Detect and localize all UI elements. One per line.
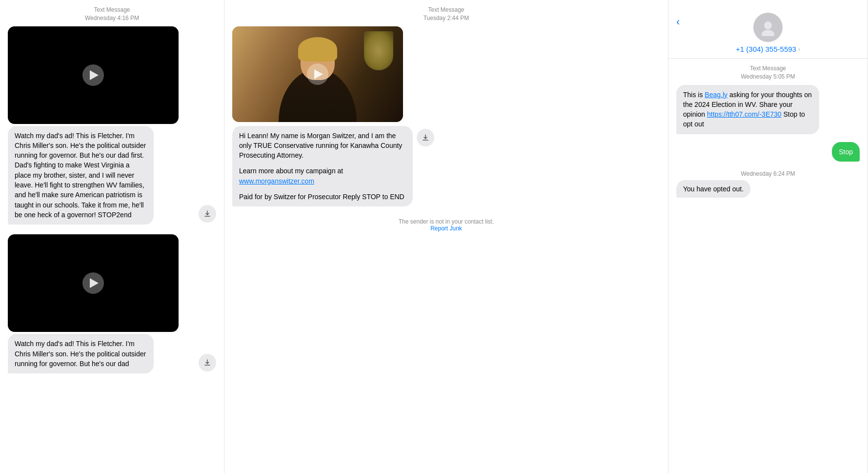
mid-bubble: Hi Leann! My name is Morgan Switzer, and… [232,126,413,207]
svg-point-1 [762,30,774,36]
mid-message-group: Hi Leann! My name is Morgan Switzer, and… [224,26,668,211]
left-bubble-2: Watch my dad's ad! This is Fletcher. I'm… [8,334,154,373]
avatar [753,13,783,42]
download-button-2[interactable] [199,354,216,371]
right-outgoing-row: Stop [676,142,860,162]
contact-header: ‹ +1 (304) 355-5593 › [668,6,868,59]
left-message-group-1: Watch my dad's ad! This is Fletcher. I'm… [0,26,224,229]
campaign-photo[interactable] [232,26,403,122]
report-junk-link[interactable]: Report Junk [430,225,462,232]
beagly-link[interactable]: Beag.ly [705,91,727,99]
mid-text-3: Paid for by Switzer for Prosecutor Reply… [239,192,406,202]
mid-download-button[interactable] [417,129,434,146]
right-column: ‹ +1 (304) 355-5593 › Text Message Wedne… [668,0,868,473]
right-incoming-row-1: This is Beag.ly asking for your thoughts… [676,85,860,134]
play-icon-1[interactable] [82,64,104,86]
play-icon-2[interactable] [82,272,104,294]
chevron-right-icon: › [798,46,800,53]
mid-column: Text Message Tuesday 2:44 PM [224,0,668,473]
right-opted-out-row: You have opted out. [676,180,860,198]
left-video-row-1: Watch my dad's ad! This is Fletcher. I'm… [8,26,216,225]
right-messages: Text Message Wednesday 5:05 PM This is B… [668,59,868,467]
opted-out-bubble: You have opted out. [676,180,750,198]
contact-phone[interactable]: +1 (304) 355-5593 › [736,45,800,53]
left-column: Text Message Wednesday 4:16 PM Watch my … [0,0,224,473]
download-button-1[interactable] [199,205,216,223]
morgan-switzer-link[interactable]: www.morganswitzer.com [239,177,314,185]
back-button[interactable]: ‹ [676,16,680,28]
mid-message-row: Hi Leann! My name is Morgan Switzer, and… [232,26,660,207]
video-thumbnail-1[interactable] [8,26,179,124]
video-thumbnail-2[interactable] [8,234,179,332]
right-text-before-link1: This is [683,91,705,99]
right-bubble-1: This is Beag.ly asking for your thoughts… [676,85,819,134]
right-divider-time: Wednesday 6:24 PM [676,170,860,177]
tth07-link[interactable]: https://tth07.com/-3E730 [707,110,782,118]
mid-text-2: Learn more about my campaign at www.morg… [239,166,406,186]
campaign-play-icon[interactable] [307,63,328,85]
left-timestamp-1: Text Message Wednesday 4:16 PM [0,6,224,22]
mid-text-1: Hi Leann! My name is Morgan Switzer, and… [239,131,406,161]
left-video-row-2: Watch my dad's ad! This is Fletcher. I'm… [8,234,216,373]
right-timestamp-1: Text Message Wednesday 5:05 PM [676,64,860,81]
left-message-group-2: Watch my dad's ad! This is Fletcher. I'm… [0,234,224,377]
mid-timestamp: Text Message Tuesday 2:44 PM [224,6,668,22]
svg-point-0 [764,21,772,29]
left-bubble-1: Watch my dad's ad! This is Fletcher. I'm… [8,126,154,225]
sender-info: The sender is not in your contact list. … [224,218,668,232]
stop-bubble: Stop [832,142,860,162]
